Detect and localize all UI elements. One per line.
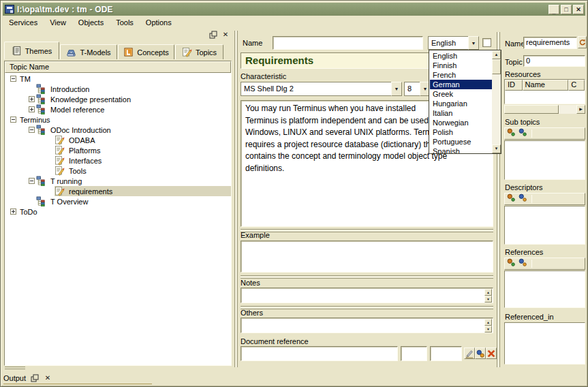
tree-row-todo[interactable]: ToDo bbox=[5, 206, 231, 217]
link-reference-button[interactable] bbox=[518, 258, 527, 270]
resources-hscrollbar[interactable]: ▶ bbox=[504, 105, 585, 114]
collapse-icon[interactable] bbox=[10, 76, 16, 82]
chevron-down-icon[interactable]: ▼ bbox=[391, 82, 402, 96]
splitter[interactable] bbox=[241, 275, 493, 279]
collapse-icon[interactable] bbox=[10, 117, 16, 123]
language-option-portuguese[interactable]: Portuguese bbox=[430, 137, 492, 146]
expand-icon[interactable] bbox=[29, 106, 35, 112]
example-textarea[interactable] bbox=[241, 241, 493, 273]
output-splitter-grip[interactable] bbox=[5, 367, 25, 369]
spin-up-icon[interactable]: ▲ bbox=[484, 319, 492, 326]
tree-row-knowledge-presentation[interactable]: Knowledge presentation bbox=[5, 94, 231, 104]
language-option-english[interactable]: English bbox=[430, 51, 492, 61]
notes-field[interactable]: ▲▼ bbox=[241, 288, 493, 303]
menu-tools[interactable]: Tools bbox=[110, 16, 140, 29]
chevron-down-icon[interactable]: ▼ bbox=[468, 36, 479, 50]
tree-row-t-running[interactable]: T running bbox=[5, 176, 231, 186]
resources-column-name[interactable]: Name bbox=[523, 80, 569, 91]
docref-path-field[interactable] bbox=[241, 346, 398, 361]
tree-row-model-reference[interactable]: Model reference bbox=[5, 104, 231, 114]
tree-row-interfaces[interactable]: Interfaces bbox=[5, 155, 231, 166]
language-checkbox[interactable] bbox=[482, 38, 491, 47]
language-option-polish[interactable]: Polish bbox=[430, 127, 492, 137]
close-output-icon[interactable]: ✕ bbox=[44, 374, 52, 382]
docref-field-2[interactable] bbox=[401, 346, 427, 361]
splitter[interactable] bbox=[241, 229, 493, 232]
tab-themes[interactable]: Themes bbox=[4, 42, 59, 59]
spin-down-icon[interactable]: ▼ bbox=[484, 326, 492, 332]
subtopics-list[interactable] bbox=[504, 140, 585, 180]
menu-objects[interactable]: Objects bbox=[72, 16, 110, 29]
language-option-norwegian[interactable]: Norwegian bbox=[430, 118, 492, 127]
others-field[interactable]: ▲▼ bbox=[241, 318, 493, 333]
tree-row-t-overview[interactable]: T Overview bbox=[5, 196, 231, 206]
tree-row-plaftorms[interactable]: Plaftorms bbox=[5, 145, 231, 155]
scroll-down-icon[interactable]: ▼ bbox=[492, 144, 501, 153]
float-output-icon[interactable] bbox=[31, 374, 39, 382]
topic-name-column-header[interactable]: Topic Name bbox=[5, 61, 231, 73]
spin-down-icon[interactable]: ▼ bbox=[484, 296, 492, 303]
scrollbar-thumb[interactable] bbox=[504, 105, 559, 114]
branch-topic-icon bbox=[36, 104, 46, 114]
docref-field-3[interactable] bbox=[430, 346, 462, 361]
descriptors-list[interactable] bbox=[504, 206, 585, 245]
language-option-spanish[interactable]: Spanish bbox=[430, 146, 492, 153]
language-combo[interactable]: English ▼ bbox=[428, 36, 479, 50]
resources-column-id[interactable]: ID bbox=[505, 80, 523, 91]
scrollbar-thumb[interactable] bbox=[492, 59, 501, 74]
tree-row-introduction[interactable]: Introduction bbox=[5, 84, 231, 94]
rp-name-field[interactable]: requirements bbox=[523, 37, 577, 49]
add-subtopic-button[interactable] bbox=[506, 127, 516, 140]
rp-topic-field[interactable]: 0 bbox=[523, 55, 585, 67]
docref-sign-button[interactable] bbox=[464, 347, 475, 359]
refresh-button[interactable] bbox=[578, 36, 587, 48]
leaf-topic-icon bbox=[55, 186, 65, 196]
splitter[interactable] bbox=[241, 306, 493, 309]
add-reference-button[interactable] bbox=[506, 258, 516, 270]
tree-row-tools[interactable]: Tools bbox=[5, 166, 231, 176]
tree-row-requirements[interactable]: requirements bbox=[5, 186, 231, 196]
menu-options[interactable]: Options bbox=[140, 16, 178, 29]
font-size-combo[interactable]: 8 ▼ bbox=[404, 82, 431, 96]
expand-icon[interactable] bbox=[10, 208, 16, 215]
language-option-italian[interactable]: Italian bbox=[430, 108, 492, 118]
spin-up-icon[interactable]: ▲ bbox=[484, 289, 492, 296]
language-option-greek[interactable]: Greek bbox=[430, 89, 492, 99]
font-combo[interactable]: MS Shell Dlg 2 ▼ bbox=[241, 82, 402, 96]
docref-delete-button[interactable] bbox=[486, 347, 497, 359]
link-descriptor-button[interactable] bbox=[518, 193, 527, 205]
referenced-in-list[interactable] bbox=[504, 322, 585, 365]
language-option-hungarian[interactable]: Hungarian bbox=[430, 99, 492, 108]
language-option-french[interactable]: French bbox=[430, 70, 492, 80]
close-button[interactable]: ✕ bbox=[573, 5, 584, 14]
expand-icon[interactable] bbox=[29, 96, 35, 102]
language-option-german[interactable]: German bbox=[430, 80, 492, 89]
scroll-up-icon[interactable]: ▲ bbox=[492, 50, 501, 59]
menu-services[interactable]: Services bbox=[3, 16, 44, 29]
maximize-button[interactable]: □ bbox=[561, 5, 572, 14]
language-option-finnish[interactable]: Finnish bbox=[430, 61, 492, 70]
collapse-icon[interactable] bbox=[29, 178, 35, 184]
tree-row-odaba[interactable]: ODABA bbox=[5, 135, 231, 145]
collapse-icon[interactable] bbox=[29, 127, 35, 133]
dropdown-scrollbar[interactable]: ▲ ▼ bbox=[492, 50, 501, 153]
insert-subtopic-button[interactable] bbox=[518, 127, 527, 140]
tab-t-models[interactable]: T-Models bbox=[60, 44, 117, 59]
minimize-button[interactable]: _ bbox=[548, 5, 559, 14]
menu-view[interactable]: View bbox=[44, 16, 72, 29]
resources-header: IDNameC bbox=[505, 80, 585, 91]
docref-link-button[interactable] bbox=[475, 347, 486, 359]
close-panel-icon[interactable]: ✕ bbox=[221, 31, 230, 39]
references-list[interactable] bbox=[504, 270, 585, 308]
resources-column-c[interactable]: C bbox=[568, 80, 585, 91]
add-descriptor-button[interactable] bbox=[506, 193, 516, 205]
tree-row-tm[interactable]: TM bbox=[5, 74, 231, 84]
topic-name-input[interactable] bbox=[273, 36, 423, 50]
tree-row-odoc-introduction[interactable]: ODoc Introduction bbox=[5, 125, 231, 135]
tree-row-terminus[interactable]: Terminus bbox=[5, 114, 231, 125]
tab-topics[interactable]: Topics bbox=[175, 44, 223, 59]
tab-concepts[interactable]: Concepts bbox=[118, 44, 174, 59]
scroll-right-icon[interactable]: ▶ bbox=[576, 105, 585, 114]
float-panel-icon[interactable] bbox=[209, 31, 217, 39]
tree-item-label: ODABA bbox=[67, 136, 97, 144]
